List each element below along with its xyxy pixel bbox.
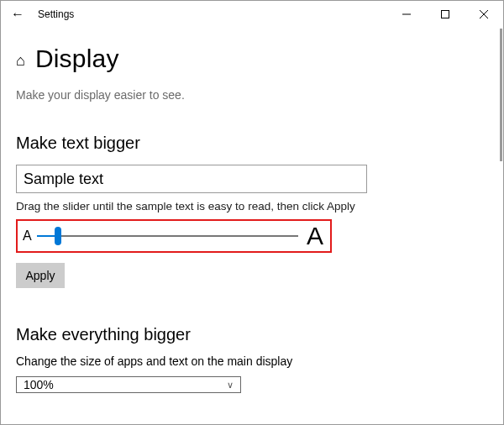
section-make-text-bigger-heading: Make text bigger	[16, 134, 483, 153]
page-header: ⌂ Display	[16, 45, 483, 73]
text-size-slider-highlight: A A	[16, 219, 332, 253]
svg-rect-1	[442, 11, 449, 18]
small-a-label: A	[23, 228, 32, 244]
settings-window: ← Settings ⌂ Display Make your display e…	[0, 0, 504, 425]
titlebar: ← Settings	[1, 1, 503, 28]
slider-thumb[interactable]	[55, 227, 61, 245]
scale-combobox[interactable]: 100% ∨	[16, 376, 241, 393]
slider-track	[37, 235, 298, 237]
apply-button-label: Apply	[25, 269, 55, 282]
page-title: Display	[35, 45, 119, 73]
section-make-everything-bigger-heading: Make everything bigger	[16, 325, 483, 344]
minimize-icon	[402, 10, 411, 18]
window-controls	[387, 1, 503, 28]
slider-instruction: Drag the slider until the sample text is…	[16, 200, 483, 212]
everything-bigger-desc: Change the size of apps and text on the …	[16, 354, 483, 368]
close-icon	[480, 10, 488, 18]
window-title: Settings	[34, 8, 74, 20]
maximize-icon	[441, 10, 449, 18]
scrollbar[interactable]	[500, 29, 502, 161]
scale-combobox-value: 100%	[24, 380, 227, 389]
home-icon[interactable]: ⌂	[16, 52, 25, 70]
apply-button[interactable]: Apply	[16, 263, 65, 288]
chevron-down-icon: ∨	[227, 380, 234, 391]
back-button[interactable]: ←	[1, 1, 34, 28]
minimize-button[interactable]	[387, 1, 426, 28]
close-button[interactable]	[465, 1, 503, 28]
sample-text-value: Sample text	[24, 171, 103, 188]
maximize-button[interactable]	[426, 1, 465, 28]
page-subtitle: Make your display easier to see.	[16, 88, 483, 102]
sample-text-box: Sample text	[16, 165, 367, 193]
text-size-slider[interactable]	[37, 226, 298, 246]
arrow-left-icon: ←	[11, 7, 24, 22]
content-area: ⌂ Display Make your display easier to se…	[1, 28, 498, 424]
big-a-label: A	[307, 223, 323, 249]
